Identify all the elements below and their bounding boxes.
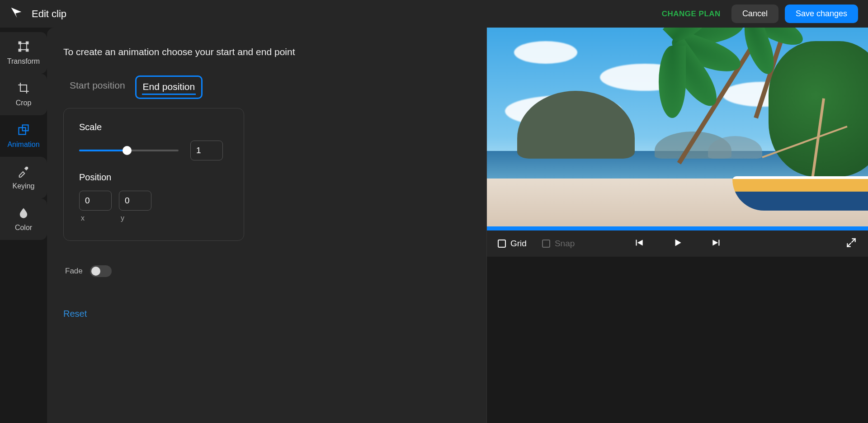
preview-column: Grid Snap bbox=[486, 28, 868, 423]
fade-toggle-knob bbox=[91, 267, 100, 276]
sidebar-item-color[interactable]: Color bbox=[0, 198, 47, 240]
axis-x-label: x bbox=[79, 214, 112, 222]
sidebar-item-keying[interactable]: Keying bbox=[0, 157, 47, 198]
change-plan-link[interactable]: CHANGE PLAN bbox=[662, 9, 721, 19]
preview-selection-bar[interactable] bbox=[487, 226, 868, 230]
checkbox-icon bbox=[542, 240, 550, 248]
animation-icon bbox=[17, 123, 30, 138]
sidebar-item-crop[interactable]: Crop bbox=[0, 74, 47, 115]
sidebar: Transform Crop Animation bbox=[0, 28, 47, 423]
fade-label: Fade bbox=[65, 267, 83, 276]
scale-slider[interactable] bbox=[79, 147, 179, 154]
fullscreen-button[interactable] bbox=[845, 237, 857, 251]
position-tabs: Start position End position bbox=[63, 75, 473, 99]
animation-settings: To create an animation choose your start… bbox=[47, 28, 486, 423]
svg-point-8 bbox=[26, 167, 28, 169]
sidebar-item-label: Transform bbox=[7, 57, 40, 66]
position-x-input[interactable] bbox=[79, 191, 112, 211]
sidebar-item-label: Keying bbox=[13, 182, 35, 190]
topbar: Edit clip CHANGE PLAN Cancel Save change… bbox=[0, 0, 868, 28]
reset-link[interactable]: Reset bbox=[63, 309, 87, 319]
svg-marker-0 bbox=[11, 8, 22, 18]
eyedropper-icon bbox=[17, 165, 30, 179]
tab-end-position[interactable]: End position bbox=[135, 75, 203, 99]
droplet-icon bbox=[17, 207, 30, 221]
scale-label: Scale bbox=[79, 122, 228, 132]
position-label: Position bbox=[79, 172, 228, 183]
skip-next-button[interactable] bbox=[711, 237, 722, 251]
save-button[interactable]: Save changes bbox=[785, 5, 858, 23]
crop-icon bbox=[17, 82, 30, 96]
svg-rect-5 bbox=[26, 49, 28, 52]
svg-rect-4 bbox=[19, 49, 21, 52]
preview-controls: Grid Snap bbox=[487, 230, 868, 257]
sidebar-item-label: Animation bbox=[7, 141, 39, 149]
snap-checkbox[interactable]: Snap bbox=[542, 239, 575, 249]
app-logo-title: Edit clip bbox=[10, 6, 66, 21]
checkbox-icon bbox=[498, 240, 506, 248]
fade-toggle[interactable] bbox=[90, 265, 112, 277]
scale-input[interactable] bbox=[190, 141, 223, 160]
svg-rect-2 bbox=[19, 42, 21, 44]
scale-slider-thumb[interactable] bbox=[123, 146, 132, 155]
end-position-panel: Scale Position x y bbox=[63, 108, 244, 241]
play-button[interactable] bbox=[672, 237, 684, 251]
sidebar-item-label: Color bbox=[15, 224, 32, 232]
tab-start-position[interactable]: Start position bbox=[63, 75, 132, 99]
svg-rect-3 bbox=[26, 42, 28, 44]
grid-label: Grid bbox=[510, 239, 527, 249]
transform-icon bbox=[17, 40, 30, 55]
axis-y-label: y bbox=[119, 214, 151, 222]
sidebar-item-transform[interactable]: Transform bbox=[0, 32, 47, 74]
preview-canvas[interactable] bbox=[487, 28, 868, 230]
sidebar-item-animation[interactable]: Animation bbox=[0, 115, 47, 157]
position-y-input[interactable] bbox=[119, 191, 151, 211]
app-logo-icon bbox=[10, 6, 23, 21]
skip-previous-button[interactable] bbox=[633, 237, 645, 251]
instruction-text: To create an animation choose your start… bbox=[63, 47, 473, 57]
page-title: Edit clip bbox=[32, 8, 66, 20]
cancel-button[interactable]: Cancel bbox=[731, 5, 778, 23]
snap-label: Snap bbox=[555, 239, 575, 249]
grid-checkbox[interactable]: Grid bbox=[498, 239, 527, 249]
preview-image bbox=[487, 28, 868, 226]
sidebar-item-label: Crop bbox=[16, 99, 32, 107]
